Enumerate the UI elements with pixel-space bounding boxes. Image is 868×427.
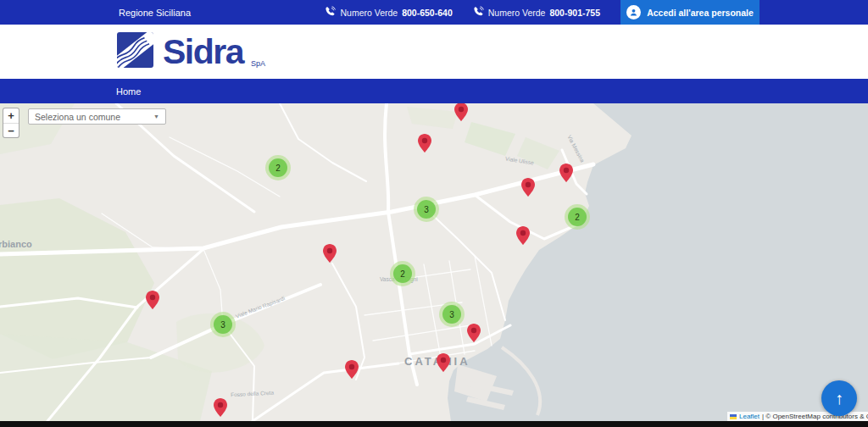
cluster-marker[interactable]: 3: [414, 197, 439, 222]
nav-item-home[interactable]: Home: [116, 86, 141, 97]
map-pin-marker[interactable]: [213, 397, 228, 418]
map-pin-marker[interactable]: [344, 359, 359, 380]
leaflet-link[interactable]: Leaflet: [739, 413, 760, 420]
cluster-marker[interactable]: 3: [210, 312, 236, 337]
brand-suffix: SpA: [251, 59, 265, 72]
cluster-marker[interactable]: 3: [439, 302, 465, 327]
sidra-logo-icon: [116, 31, 155, 72]
chevron-down-icon: ▼: [153, 114, 159, 119]
cluster-count: 3: [417, 200, 436, 219]
bottom-black-bar: [0, 421, 868, 427]
phone-number: 800-901-755: [549, 8, 600, 18]
map-pin-marker[interactable]: [322, 243, 337, 263]
cluster-marker[interactable]: 2: [265, 155, 291, 180]
phone-icon: [325, 6, 336, 19]
scroll-to-top-button[interactable]: ↑: [821, 380, 857, 416]
main-nav: Home: [0, 79, 868, 103]
phone-label: Numero Verde: [340, 8, 398, 18]
map-pin-marker[interactable]: [436, 352, 451, 373]
zoom-out-button[interactable]: −: [3, 123, 19, 137]
login-label: Accedi all'area personale: [647, 8, 754, 18]
topbar-right-group: Numero Verde 800-650-640 Numero Verde 80…: [325, 0, 868, 25]
map-pin-marker[interactable]: [515, 225, 531, 246]
cluster-count: 2: [568, 208, 587, 226]
phone-number: 800-650-640: [402, 8, 453, 18]
phone-contact-1[interactable]: Numero Verde 800-650-640: [325, 0, 452, 25]
map-pin-marker[interactable]: [559, 163, 574, 183]
map-pin-marker[interactable]: [466, 323, 481, 343]
cluster-count: 2: [269, 158, 287, 177]
map-pin-marker[interactable]: [417, 133, 432, 153]
phone-label: Numero Verde: [488, 8, 546, 18]
phone-icon: [473, 6, 484, 19]
commune-select-value: Seleziona un comune: [35, 112, 120, 122]
ukraine-flag-icon: [730, 414, 737, 419]
cluster-count: 3: [442, 305, 461, 324]
city-label-misterbianco: rbianco: [0, 239, 32, 249]
phone-contact-2[interactable]: Numero Verde 800-901-755: [473, 0, 600, 25]
leaflet-map[interactable]: Viale UlisseVia MessinaViale Mario Rapis…: [0, 103, 868, 421]
map-pin-marker[interactable]: [520, 177, 536, 197]
cluster-count: 2: [393, 264, 412, 283]
attribution-text: | © OpenStreetMap contributors & Carto: [762, 413, 868, 420]
top-utility-bar: Regione Siciliana Numero Verde 800-650-6…: [0, 0, 868, 25]
cluster-marker[interactable]: 2: [390, 261, 415, 286]
brand-name: Sidra: [163, 37, 243, 67]
map-pin-marker[interactable]: [145, 290, 160, 310]
commune-select[interactable]: Seleziona un comune ▼: [28, 108, 166, 125]
map-canvas[interactable]: [0, 103, 868, 421]
user-icon: [626, 5, 641, 19]
login-button[interactable]: Accedi all'area personale: [620, 0, 760, 25]
site-header: Sidra SpA: [0, 25, 868, 79]
cluster-marker[interactable]: 2: [565, 204, 590, 230]
map-zoom-control: + −: [3, 108, 19, 138]
map-pin-marker[interactable]: [453, 103, 469, 122]
region-label: Regione Siciliana: [0, 0, 191, 25]
zoom-in-button[interactable]: +: [3, 108, 19, 123]
brand-logo[interactable]: Sidra SpA: [116, 31, 265, 72]
arrow-up-icon: ↑: [835, 389, 843, 408]
cluster-count: 3: [214, 315, 232, 334]
